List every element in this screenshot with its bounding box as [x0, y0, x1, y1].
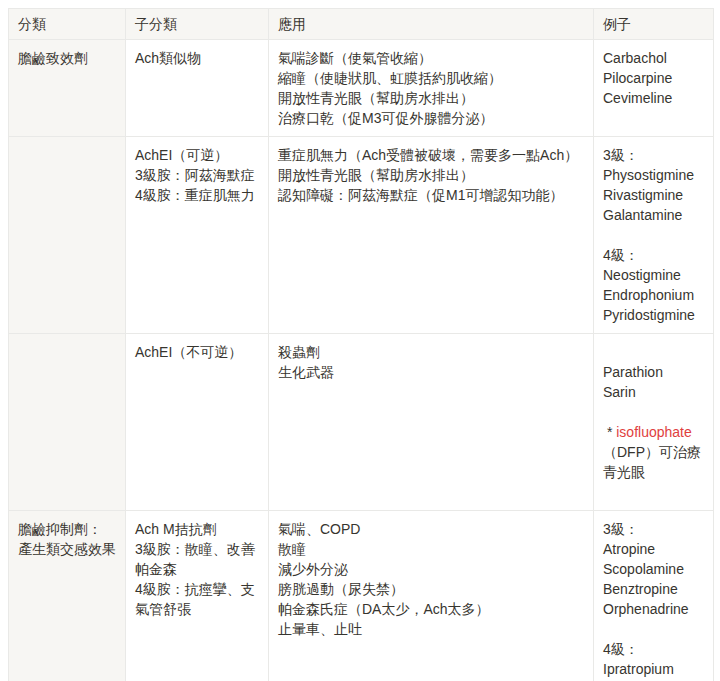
page: 分類 子分類 應用 例子 膽鹼致效劑 Ach類似物 氣喘診斷（使氣管收縮） 縮瞳…	[0, 0, 720, 681]
category-cell[interactable]	[9, 334, 126, 511]
applications-cell[interactable]: 殺蟲劑 生化武器	[269, 334, 594, 511]
table-row-cholinergic-agonist: 膽鹼致效劑 Ach類似物 氣喘診斷（使氣管收縮） 縮瞳（使睫狀肌、虹膜括約肌收縮…	[9, 40, 714, 137]
examples-cell[interactable]: 3級： Physostigmine Rivastigmine Galantami…	[594, 137, 714, 334]
note-prefix: *	[603, 424, 616, 440]
col-header-examples[interactable]: 例子	[594, 9, 714, 40]
examples-cell[interactable]: Parathion Sarin * isofluophate（DFP）可治療青光…	[594, 334, 714, 511]
category-cell[interactable]	[9, 137, 126, 334]
subcategory-cell[interactable]: Ach M拮抗劑 3級胺：散瞳、改善帕金森 4級胺：抗痙攣、支氣管舒張	[126, 511, 269, 681]
subcategory-cell[interactable]: AchEI（不可逆）	[126, 334, 269, 511]
applications-cell[interactable]: 氣喘診斷（使氣管收縮） 縮瞳（使睫狀肌、虹膜括約肌收縮） 開放性青光眼（幫助房水…	[269, 40, 594, 137]
col-header-category[interactable]: 分類	[9, 9, 126, 40]
table-row-achei-reversible: AchEI（可逆） 3級胺：阿茲海默症 4級胺：重症肌無力 重症肌無力（Ach受…	[9, 137, 714, 334]
category-cell[interactable]: 膽鹼致效劑	[9, 40, 126, 137]
highlighted-drug-name: isofluophate	[616, 424, 692, 440]
examples-cell[interactable]: Carbachol Pilocarpine Cevimeline	[594, 40, 714, 137]
table-row-ach-m-antagonist: 膽鹼抑制劑： 產生類交感效果 Ach M拮抗劑 3級胺：散瞳、改善帕金森 4級胺…	[9, 511, 714, 681]
applications-cell[interactable]: 氣喘、COPD 散瞳 減少外分泌 膀胱過動（尿失禁） 帕金森氏症（DA太少，Ac…	[269, 511, 594, 681]
table-row-achei-irreversible: AchEI（不可逆） 殺蟲劑 生化武器 Parathion Sarin * is…	[9, 334, 714, 511]
col-header-applications[interactable]: 應用	[269, 9, 594, 40]
example-lines: Parathion Sarin	[603, 362, 704, 402]
drug-classification-table: 分類 子分類 應用 例子 膽鹼致效劑 Ach類似物 氣喘診斷（使氣管收縮） 縮瞳…	[8, 8, 714, 681]
subcategory-cell[interactable]: Ach類似物	[126, 40, 269, 137]
header-row: 分類 子分類 應用 例子	[9, 9, 714, 40]
note-line: * isofluophate（DFP）可治療青光眼	[603, 422, 704, 482]
note-suffix: （DFP）可治療青光眼	[603, 444, 701, 480]
col-header-subcategory[interactable]: 子分類	[126, 9, 269, 40]
examples-cell[interactable]: 3級： Atropine Scopolamine Benztropine Orp…	[594, 511, 714, 681]
category-cell[interactable]: 膽鹼抑制劑： 產生類交感效果	[9, 511, 126, 681]
subcategory-cell[interactable]: AchEI（可逆） 3級胺：阿茲海默症 4級胺：重症肌無力	[126, 137, 269, 334]
applications-cell[interactable]: 重症肌無力（Ach受體被破壞，需要多一點Ach） 開放性青光眼（幫助房水排出） …	[269, 137, 594, 334]
